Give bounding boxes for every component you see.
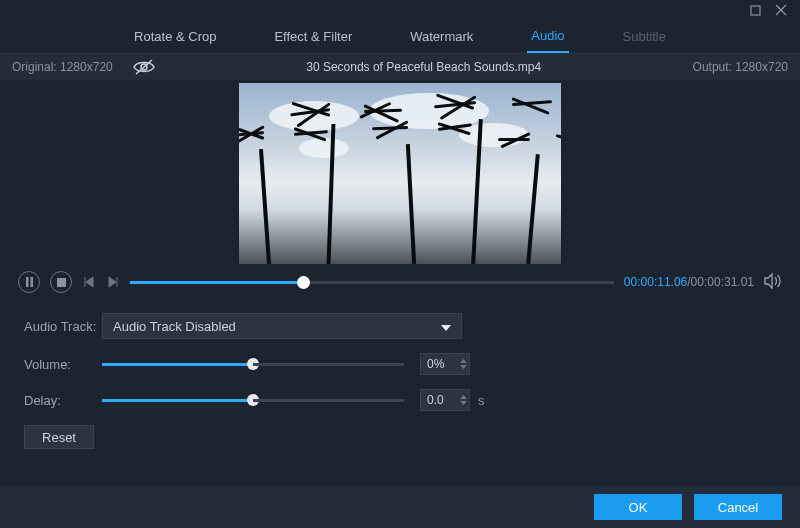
maximize-button[interactable] [748, 3, 762, 17]
current-time: 00:00:11.06 [624, 275, 687, 289]
volume-slider[interactable] [102, 363, 404, 366]
pause-button[interactable] [18, 271, 40, 293]
stop-button[interactable] [50, 271, 72, 293]
tab-bar: Rotate & Crop Effect & Filter Watermark … [0, 20, 800, 54]
volume-value: 0% [427, 357, 459, 371]
audio-settings-panel: Audio Track: Audio Track Disabled Volume… [0, 299, 800, 455]
volume-label: Volume: [24, 357, 102, 372]
info-bar: Original: 1280x720 30 Seconds of Peacefu… [0, 54, 800, 80]
duration: /00:00:31.01 [687, 275, 754, 289]
delay-value: 0.0 [427, 393, 459, 407]
tab-rotate-crop[interactable]: Rotate & Crop [130, 21, 220, 52]
volume-icon[interactable] [764, 273, 782, 292]
chevron-down-icon [441, 319, 451, 334]
delay-unit: s [478, 393, 485, 408]
tab-audio[interactable]: Audio [527, 20, 568, 53]
volume-step-down-icon[interactable] [459, 364, 467, 370]
original-resolution-label: Original: 1280x720 [12, 60, 113, 74]
audio-track-label: Audio Track: [24, 319, 102, 334]
visibility-toggle-icon[interactable] [133, 59, 155, 75]
video-preview [0, 80, 800, 265]
preview-frame [239, 83, 561, 264]
prev-frame-button[interactable] [82, 275, 96, 289]
close-button[interactable] [774, 3, 788, 17]
filename-label: 30 Seconds of Peaceful Beach Sounds.mp4 [155, 60, 693, 74]
svg-rect-0 [751, 6, 760, 15]
seek-slider[interactable] [130, 281, 614, 284]
delay-slider[interactable] [102, 399, 404, 402]
footer: OK Cancel [0, 486, 800, 528]
svg-rect-5 [57, 278, 66, 287]
output-resolution-label: Output: 1280x720 [693, 60, 788, 74]
volume-input[interactable]: 0% [420, 353, 470, 375]
delay-step-down-icon[interactable] [459, 400, 467, 406]
tab-effect-filter[interactable]: Effect & Filter [270, 21, 356, 52]
reset-button[interactable]: Reset [24, 425, 94, 449]
tab-watermark[interactable]: Watermark [406, 21, 477, 52]
delay-label: Delay: [24, 393, 102, 408]
delay-input[interactable]: 0.0 [420, 389, 470, 411]
ok-button[interactable]: OK [594, 494, 682, 520]
player-controls: 00:00:11.06/00:00:31.01 [0, 265, 800, 299]
svg-rect-4 [30, 277, 33, 287]
audio-track-value: Audio Track Disabled [113, 319, 236, 334]
next-frame-button[interactable] [106, 275, 120, 289]
tab-subtitle[interactable]: Subtitle [619, 21, 670, 52]
audio-track-select[interactable]: Audio Track Disabled [102, 313, 462, 339]
time-display: 00:00:11.06/00:00:31.01 [624, 275, 754, 289]
cancel-button[interactable]: Cancel [694, 494, 782, 520]
svg-rect-3 [26, 277, 29, 287]
